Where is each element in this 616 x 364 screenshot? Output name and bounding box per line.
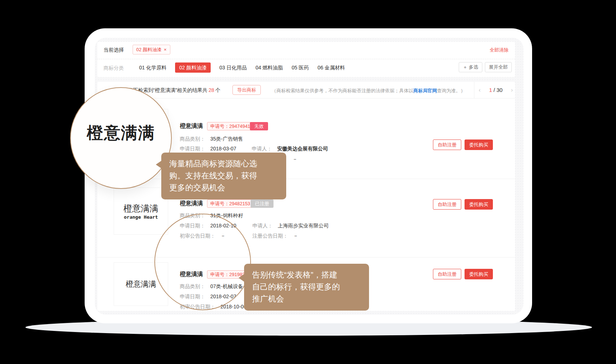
tooltip-arrow-left-icon [239, 274, 244, 282]
self-register-button-2[interactable]: 自助注册 [433, 199, 461, 210]
category-value: 35类-广告销售 [210, 136, 243, 142]
category-list: 01 化学原料 02 颜料油漆 03 日化用品 04 燃料油脂 05 医药 06… [139, 62, 345, 73]
trademark-thumb-2: 橙意满满 orange Heart [114, 187, 168, 235]
category-item-06[interactable]: 06 金属材料 [317, 62, 345, 73]
reg-publish-label: 注册公告日期： [252, 233, 288, 239]
self-register-button-1[interactable]: 自助注册 [433, 139, 461, 150]
tooltip-marketplace: 海量精品商标资源随心选 购。支持在线交易，获得 更多的交易机会 [161, 153, 286, 199]
status-badge-registered: 已注册 [251, 199, 273, 208]
results-summary-suffix: 个 [215, 87, 220, 93]
current-page: 1 [489, 87, 492, 93]
magnifier-circle-2 [154, 214, 251, 310]
reg-publish-value: － [293, 233, 298, 239]
pagination: ‹ 1/30 › [477, 82, 515, 98]
trademark-office-link[interactable]: 商标局官网 [413, 88, 437, 93]
row2-applicant-line: 申请人：上海雨步实业有限公司 [252, 223, 329, 229]
applicant-label: 申请人： [252, 223, 273, 228]
application-no-badge-2: 申请号：29482153 [207, 199, 254, 208]
applicant-label: 申请人： [252, 146, 272, 151]
multi-select-button[interactable]: ＋ 多选 [459, 62, 482, 72]
page-separator: / [494, 87, 495, 93]
thumb-2-subtext: orange Heart [124, 214, 158, 220]
row1-category-line: 商品类别：35类-广告销售 [180, 136, 243, 142]
row1-applicant-line: 申请人：安徽美达会展有限公司 [252, 146, 328, 152]
current-selection-label: 当前选择 [104, 47, 124, 53]
self-register-button-3[interactable]: 自助注册 [433, 269, 461, 279]
app-no-label: 申请号： [210, 124, 229, 129]
apply-date-value: 2018-03-07 [210, 146, 236, 151]
results-disclaimer: （商标检索结果仅供参考，不作为商标能否注册的法律依据；具体以商标局官网查询为准。… [272, 88, 465, 94]
selected-filter-chip[interactable]: 02 颜料油漆× [133, 45, 170, 54]
export-trademarks-button[interactable]: 导出商标 [232, 85, 261, 95]
page-indicator: 1/30 [489, 87, 502, 93]
magnifier-circle-1: 橙意满满 [70, 87, 172, 189]
trademark-name-1[interactable]: 橙意满满 [180, 122, 203, 130]
tooltip-line: 购。支持在线交易，获得 [169, 170, 278, 182]
expand-all-button[interactable]: 展开全部 [485, 62, 512, 72]
applicant-value: 上海雨步实业有限公司 [278, 223, 329, 228]
apply-date-label: 申请日期： [180, 146, 205, 151]
clear-all-button[interactable]: 全部清除 [490, 47, 508, 53]
reg-publish-value: － [292, 156, 297, 162]
category-item-05[interactable]: 05 医药 [292, 62, 309, 73]
pagination-divider [474, 82, 474, 98]
category-item-01[interactable]: 01 化学原料 [139, 62, 166, 73]
category-item-02-selected[interactable]: 02 颜料油漆 [175, 62, 210, 73]
entrust-buy-button-2[interactable]: 委托购买 [465, 199, 493, 210]
trademark-name-2[interactable]: 橙意满满 [180, 200, 203, 207]
row2-reg-publish-line: 注册公告日期：－ [252, 233, 298, 239]
applicant-value: 安徽美达会展有限公司 [277, 146, 328, 151]
tooltip-line: 海量精品商标资源随心选 [169, 158, 278, 170]
results-header-divider [97, 98, 515, 98]
selected-filter-chip-text: 02 颜料油漆 [136, 47, 162, 52]
chip-close-icon[interactable]: × [164, 47, 167, 52]
thumb-3-text: 橙意满满 [126, 279, 156, 289]
app-no-value: 29482153 [229, 201, 250, 206]
application-no-badge-1: 申请号：29474941 [207, 122, 254, 130]
magnified-trademark-text: 橙意满满 [87, 122, 155, 144]
tooltip-line: 告别传统“发表格”，搭建 [252, 269, 361, 281]
category-item-03[interactable]: 03 日化用品 [219, 62, 247, 73]
disclaimer-prefix: （商标检索结果仅供参考，不作为商标能否注册的法律依据；具体以 [272, 88, 413, 93]
thumb-2-text: 橙意满满 [123, 203, 158, 214]
filter-divider [97, 59, 515, 59]
tooltip-line: 更多的交易机会 [169, 182, 278, 194]
row-divider-1 [97, 179, 515, 179]
next-page-icon[interactable]: › [511, 87, 513, 93]
prev-page-icon[interactable]: ‹ [479, 87, 481, 93]
app-no-label: 申请号： [210, 201, 229, 206]
category-item-04[interactable]: 04 燃料油脂 [255, 62, 283, 73]
total-pages: 30 [497, 87, 503, 93]
category-label: 商品类别： [180, 136, 205, 142]
results-count: 28 [207, 87, 215, 93]
entrust-buy-button-1[interactable]: 委托购买 [465, 139, 493, 150]
disclaimer-suffix: 查询为准。） [437, 88, 465, 93]
tooltip-line: 自己的标行，获得更多的 [252, 281, 361, 293]
app-no-value: 29474941 [229, 124, 250, 129]
entrust-buy-button-3[interactable]: 委托购买 [465, 269, 493, 279]
tooltip-arrow-left-icon [156, 161, 162, 169]
status-badge-invalid: 无效 [250, 122, 268, 130]
row1-date-line: 申请日期：2018-03-07 [180, 146, 236, 152]
category-row-label: 商标分类 [104, 65, 124, 72]
tooltip-line: 推广机会 [252, 293, 361, 305]
tooltip-promotion: 告别传统“发表格”，搭建 自己的标行，获得更多的 推广机会 [244, 264, 369, 311]
